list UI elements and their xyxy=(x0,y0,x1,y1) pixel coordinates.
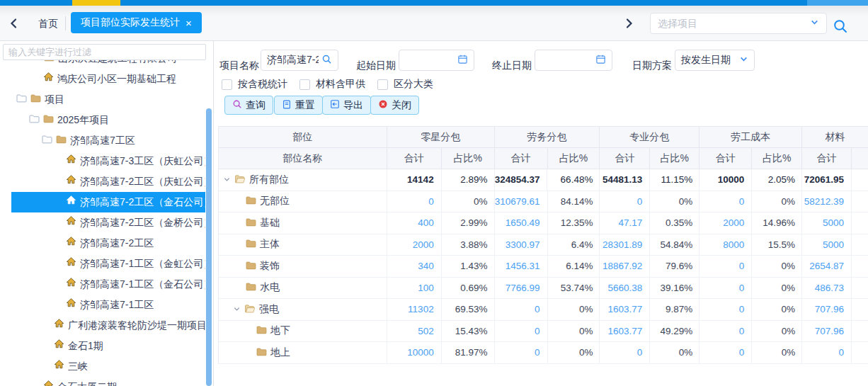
table-row[interactable]: 基础 400 2.99% 1650.49 12.35% 47.17 0.35% … xyxy=(219,212,868,234)
tree-item[interactable]: 济邹高速7-3工区（庆虹公司） xyxy=(0,151,205,171)
checkbox-tax-included[interactable]: 按含税统计 xyxy=(222,78,287,91)
tree-item[interactable]: 三峡 xyxy=(0,356,205,377)
table-row[interactable]: 水电 100 0.69% 7766.99 53.74% 5660.38 39.1… xyxy=(219,278,868,300)
cell-link[interactable]: 1603.77 xyxy=(600,321,650,343)
cell-link[interactable]: 0 xyxy=(600,191,650,213)
tree-item[interactable]: 济邹高速7-1工区 xyxy=(0,295,205,315)
project-name-input[interactable] xyxy=(267,55,319,66)
cell-link[interactable]: 1650.49 xyxy=(495,212,548,234)
cell-link[interactable]: 5000 xyxy=(802,234,852,256)
cell-link[interactable]: 18867.92 xyxy=(600,256,650,278)
date-scheme-select[interactable]: 按发生日期 xyxy=(675,50,755,71)
cell-link[interactable]: 0 xyxy=(600,342,650,364)
cell-link[interactable]: 486.73 xyxy=(802,278,852,300)
cell-link[interactable]: 340 xyxy=(387,256,442,278)
tree-item[interactable]: 济邹高速7-2工区（金桥公司） xyxy=(0,212,205,233)
cell-link[interactable]: 707.96 xyxy=(802,299,852,321)
cell-link[interactable]: 0 xyxy=(699,278,752,300)
tree-item[interactable]: 济邹高速7-2工区 xyxy=(0,233,205,254)
cell-link[interactable]: 502 xyxy=(387,321,442,343)
cell-link[interactable]: 28301.89 xyxy=(600,234,650,256)
cell-link[interactable]: 3300.97 xyxy=(495,234,548,256)
cell-link[interactable]: 707.96 xyxy=(802,321,852,343)
tree-item[interactable]: 2025年项目 xyxy=(0,110,205,130)
cell-link[interactable]: 5660.38 xyxy=(600,278,650,300)
tab-active[interactable]: 项目部位实际发生统计 × xyxy=(71,12,202,33)
chevron-down-icon[interactable] xyxy=(233,304,241,315)
search-icon[interactable] xyxy=(321,54,332,67)
cell-link[interactable]: 0 xyxy=(387,191,442,213)
end-date-field[interactable] xyxy=(535,50,612,71)
cell-link[interactable]: 47.17 xyxy=(600,212,650,234)
cell-link[interactable]: 400 xyxy=(387,212,442,234)
checkbox-icon[interactable] xyxy=(299,79,310,90)
cell-link[interactable]: 2000 xyxy=(699,212,752,234)
tree-item[interactable]: 济邹高速7-1工区（金石公司） xyxy=(0,274,205,295)
search-icon[interactable] xyxy=(832,18,849,35)
close-button[interactable]: 关闭 xyxy=(370,96,419,115)
cell-link[interactable]: 10000 xyxy=(387,342,442,364)
close-icon[interactable]: × xyxy=(185,18,192,28)
tree-item[interactable]: 鸿庆公司小区一期基础工程 xyxy=(0,69,205,89)
cell-link[interactable]: 0 xyxy=(802,342,852,364)
calendar-icon[interactable] xyxy=(457,54,468,67)
tab-home[interactable]: 首页 xyxy=(38,6,58,41)
tree-item-selected[interactable]: 济邹高速7-2工区（金石公司） xyxy=(0,192,205,212)
tree-item[interactable]: 济邹高速7-2工区（庆虹公司） xyxy=(0,171,205,192)
end-date-input[interactable] xyxy=(541,55,593,66)
project-name-field[interactable] xyxy=(261,50,338,71)
tree-item[interactable]: 金石1期 xyxy=(0,336,205,356)
table-row[interactable]: 地上 10000 81.97% 0 0% 0 0% 0 0% 0 xyxy=(219,342,868,364)
expand-toggle-icon[interactable] xyxy=(42,130,52,151)
cell-link[interactable]: 0 xyxy=(495,299,548,321)
cell-link[interactable]: 7766.99 xyxy=(495,278,548,300)
sidebar-scrollbar[interactable] xyxy=(206,108,212,386)
query-button[interactable]: 查询 xyxy=(224,96,273,115)
table-row[interactable]: 主体 2000 3.88% 3300.97 6.4% 28301.89 54.8… xyxy=(219,234,868,256)
table-row[interactable]: 地下 502 15.43% 0 0% 1603.77 49.29% 0 0% 7… xyxy=(219,321,868,343)
cell-link[interactable]: 0 xyxy=(699,342,752,364)
chevron-down-icon[interactable] xyxy=(810,17,819,30)
cell-link[interactable]: 0 xyxy=(699,256,752,278)
export-button[interactable]: 导出 xyxy=(322,96,371,115)
chevron-down-icon[interactable] xyxy=(223,174,231,186)
tree-item[interactable]: 济邹高速7工区 xyxy=(0,130,205,151)
start-date-field[interactable] xyxy=(399,50,474,71)
cell-link[interactable]: 58212.39 xyxy=(802,191,852,213)
cell-link[interactable]: 1603.77 xyxy=(600,299,650,321)
cell-link[interactable]: 1456.31 xyxy=(495,256,548,278)
cell-link[interactable]: 310679.61 xyxy=(495,191,548,213)
tree-item[interactable]: 金石大厦二期 xyxy=(0,377,205,386)
project-select[interactable] xyxy=(650,13,827,34)
tree-filter-input[interactable] xyxy=(3,44,206,60)
tree-item[interactable]: 广利港滚装客轮防沙堤一期项目 xyxy=(0,315,205,336)
table-row[interactable]: 所有部位 14142 2.89% 324854.37 66.48% 54481.… xyxy=(219,169,868,191)
tree-item[interactable]: 济邹高速7-1工区（金虹公司） xyxy=(0,254,205,274)
chevron-left-icon[interactable] xyxy=(8,18,20,29)
cell-link[interactable]: 0 xyxy=(699,299,752,321)
calendar-icon[interactable] xyxy=(595,54,606,67)
cell-link[interactable]: 0 xyxy=(699,321,752,343)
checkbox-material-supplied[interactable]: 材料含甲供 xyxy=(299,78,365,91)
start-date-input[interactable] xyxy=(405,55,455,66)
reset-button[interactable]: 重置 xyxy=(274,96,323,115)
cell-link[interactable]: 2654.87 xyxy=(802,256,852,278)
table-row[interactable]: 无部位 0 0% 310679.61 84.14% 0 0% 0 0% 5821… xyxy=(219,191,868,213)
project-select-input[interactable] xyxy=(658,18,810,29)
cell-link[interactable]: 2000 xyxy=(387,234,442,256)
cell-link[interactable]: 11302 xyxy=(387,299,442,321)
checkbox-icon[interactable] xyxy=(222,79,232,90)
chevron-down-icon[interactable] xyxy=(739,54,748,67)
cell-link[interactable]: 100 xyxy=(387,278,442,300)
table-row[interactable]: 装饰 340 1.43% 1456.31 6.14% 18867.92 79.6… xyxy=(219,256,868,278)
table-row[interactable]: 强电 11302 69.53% 0 0% 1603.77 9.87% 0 0% … xyxy=(219,299,868,321)
cell-link[interactable]: 5000 xyxy=(802,212,852,234)
chevron-right-icon[interactable] xyxy=(623,18,634,29)
tree-item[interactable]: 项目 xyxy=(0,89,205,110)
expand-toggle-icon[interactable] xyxy=(16,89,27,110)
checkbox-icon[interactable] xyxy=(377,79,388,90)
expand-toggle-icon[interactable] xyxy=(29,110,40,130)
cell-link[interactable]: 0 xyxy=(495,342,548,364)
cell-link[interactable]: 8000 xyxy=(699,234,752,256)
cell-link[interactable]: 0 xyxy=(495,321,548,343)
